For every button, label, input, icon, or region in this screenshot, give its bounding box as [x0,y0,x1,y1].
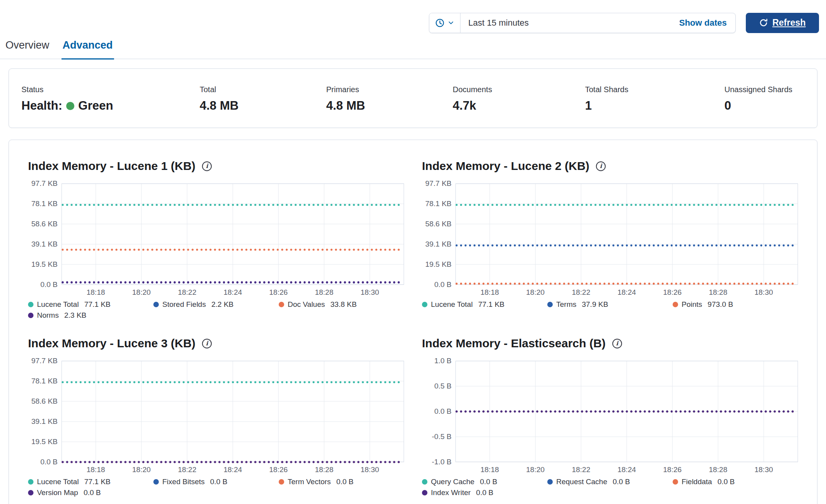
super-date-picker: Last 15 minutes Show dates [429,13,736,33]
tab-overview[interactable]: Overview [4,37,51,59]
legend-item[interactable]: Norms2.3 KB [28,311,153,320]
legend-item[interactable]: Lucene Total77.1 KB [28,300,153,309]
x-axis-label: 18:20 [526,466,545,474]
summary-item-value: 4.8 MB [326,99,453,113]
plot-area: 18:1818:2018:2218:2418:2618:2818:30 [62,361,404,474]
legend-label: Fielddata [682,478,712,486]
legend-value: 77.1 KB [84,478,111,486]
legend-item[interactable]: Stored Fields2.2 KB [153,300,279,309]
x-axis-label: 18:30 [754,466,773,474]
x-axis-label: 18:22 [178,288,197,297]
legend-item[interactable]: Doc Values33.8 KB [279,300,404,309]
x-axis-label: 18:22 [572,466,591,474]
chart-title: Index Memory - Lucene 3 (KB) [28,337,195,350]
legend-value: 37.9 KB [582,300,608,309]
summary-item-label: Total [200,85,326,94]
y-axis-label: 1.0 B [434,357,452,365]
refresh-button[interactable]: Refresh [746,13,819,33]
chart-card: Index Memory - Lucene 3 (KB)i97.7 KB78.1… [28,337,404,497]
chart-plot [62,184,404,285]
x-axis-label: 18:22 [178,466,197,474]
health-prefix: Health: [21,99,62,113]
legend-item[interactable]: Index Writer0.0 B [422,488,547,497]
legend-label: Query Cache [431,478,475,486]
y-axis-label: 39.1 KB [31,240,58,248]
y-axis-label: 19.5 KB [425,260,452,269]
x-axis-label: 18:24 [617,288,636,297]
legend-label: Norms [37,311,59,320]
x-axis-label: 18:26 [663,466,682,474]
chart-plot [62,361,404,462]
legend-value: 33.8 KB [330,300,357,309]
x-axis-label: 18:28 [315,466,334,474]
legend-dot-icon [422,490,427,495]
chart-title: Index Memory - Elasticsearch (B) [422,337,606,350]
legend-dot-icon [279,479,284,485]
legend-item[interactable]: Points973.0 B [673,300,798,309]
x-axis-label: 18:18 [86,288,105,297]
summary-item-value: Health:Green [21,99,200,113]
legend-item[interactable]: Terms37.9 KB [547,300,673,309]
time-quick-select-button[interactable] [429,13,460,33]
x-axis-label: 18:20 [526,288,545,297]
legend-item[interactable]: Term Vectors0.0 B [279,478,404,486]
refresh-button-label: Refresh [772,18,806,28]
y-axis: 97.7 KB78.1 KB58.6 KB39.1 KB19.5 KB0.0 B [28,184,62,285]
legend-item[interactable]: Lucene Total77.1 KB [422,300,547,309]
legend-item[interactable]: Version Map0.0 B [28,488,153,497]
legend-item[interactable]: Fixed Bitsets0.0 B [153,478,279,486]
plot-area: 18:1818:2018:2218:2418:2618:2818:30 [62,184,404,297]
charts-grid: Index Memory - Lucene 1 (KB)i97.7 KB78.1… [28,159,798,497]
legend-value: 0.0 B [480,478,497,486]
summary-item-label: Primaries [326,85,453,94]
x-axis-label: 18:18 [480,466,499,474]
x-axis: 18:1818:2018:2218:2418:2618:2818:30 [62,464,404,474]
legend-dot-icon [28,479,33,485]
x-axis-label: 18:26 [269,288,288,297]
summary-item-value: 4.8 MB [200,99,326,113]
summary-item: Primaries4.8 MB [326,85,453,113]
y-axis: 97.7 KB78.1 KB58.6 KB39.1 KB19.5 KB0.0 B [422,184,455,285]
legend-label: Doc Values [288,300,325,309]
legend-label: Lucene Total [431,300,473,309]
legend-dot-icon [422,302,427,307]
legend-item[interactable]: Fielddata0.0 B [673,478,798,486]
chart-title-row: Index Memory - Elasticsearch (B)i [422,337,798,350]
legend-value: 0.0 B [210,478,227,486]
summary-item: StatusHealth:Green [21,85,200,113]
y-axis-label: 58.6 KB [425,220,452,228]
summary-item: Documents4.7k [453,85,585,113]
summary-item: Total Shards1 [585,85,724,113]
time-range-display[interactable]: Last 15 minutes [460,13,671,33]
summary-item: Unassigned Shards0 [724,85,805,113]
chart-card: Index Memory - Lucene 1 (KB)i97.7 KB78.1… [28,159,404,320]
info-icon[interactable]: i [202,161,212,171]
plot-wrap: 1.0 B0.5 B0.0 B-0.5 B-1.0 B18:1818:2018:… [422,361,798,474]
x-axis-label: 18:26 [269,466,288,474]
legend-item[interactable]: Request Cache0.0 B [547,478,673,486]
legend-dot-icon [153,479,159,485]
info-icon[interactable]: i [612,339,622,348]
legend-label: Term Vectors [288,478,331,486]
legend-label: Stored Fields [162,300,206,309]
x-axis-label: 18:22 [572,288,591,297]
show-dates-button[interactable]: Show dates [671,13,735,33]
tab-advanced[interactable]: Advanced [62,37,114,60]
x-axis: 18:1818:2018:2218:2418:2618:2818:30 [455,464,798,474]
summary-item-value: 4.7k [453,99,585,113]
legend-label: Version Map [37,488,78,497]
index-advanced-page: Last 15 minutes Show dates Refresh Overv… [0,0,826,504]
x-axis-label: 18:30 [360,288,379,297]
y-axis-label: 0.0 B [40,458,58,466]
legend-item[interactable]: Query Cache0.0 B [422,478,547,486]
legend-value: 77.1 KB [478,300,504,309]
x-axis-label: 18:20 [132,466,151,474]
y-axis-label: 0.0 B [434,280,452,289]
x-axis-label: 18:28 [709,288,728,297]
info-icon[interactable]: i [202,339,212,348]
info-icon[interactable]: i [596,161,606,171]
legend-dot-icon [28,490,33,495]
legend-label: Points [682,300,702,309]
x-axis-label: 18:18 [86,466,105,474]
legend-item[interactable]: Lucene Total77.1 KB [28,478,153,486]
